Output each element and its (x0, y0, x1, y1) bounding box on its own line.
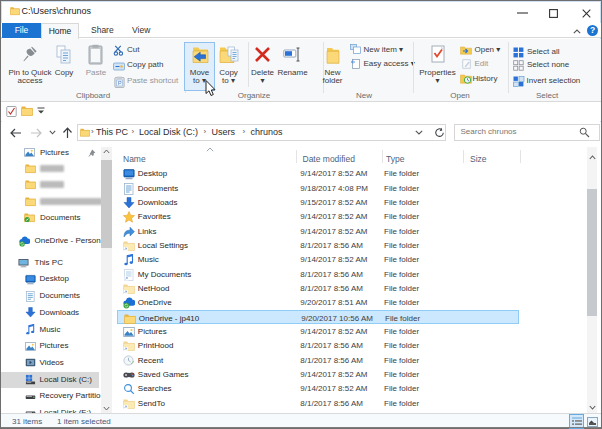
svg-text:P: P (118, 80, 122, 86)
